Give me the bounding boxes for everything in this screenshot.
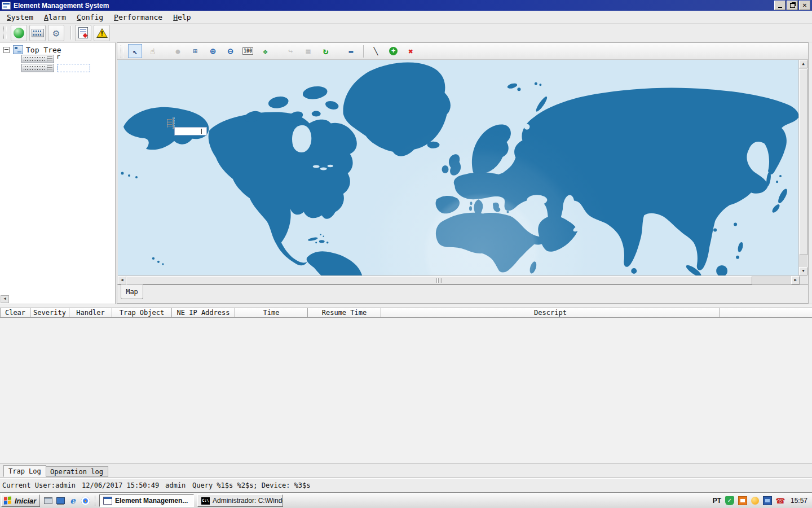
close-button[interactable]: ✕ — [799, 1, 810, 10]
delete-x-icon: ✖ — [408, 47, 413, 56]
antivirus-icon[interactable] — [725, 496, 734, 505]
ems-icon[interactable] — [738, 496, 747, 505]
add-plus-icon: + — [389, 47, 398, 55]
toolbar-grip[interactable] — [3, 27, 7, 39]
column-header-time[interactable]: Time — [235, 308, 308, 318]
tree-collapse-icon[interactable] — [3, 47, 10, 53]
alarm-browse-button[interactable] — [94, 25, 110, 41]
zoom-in-icon: ⊕ — [210, 46, 216, 56]
tree-root-node[interactable]: Top Tree — [3, 45, 61, 54]
scroll-right-button[interactable]: ▶ — [791, 276, 800, 284]
link-line-icon: ╲ — [374, 47, 378, 55]
windows-taskbar: Iniciar Element Managemen... C:\ Adminis… — [0, 492, 812, 508]
map-device-label[interactable] — [174, 127, 207, 135]
tree-node-rename-input[interactable] — [58, 64, 90, 72]
column-header-clear[interactable]: Clear — [0, 308, 30, 318]
toolbar-separator — [70, 26, 71, 40]
update-icon[interactable] — [751, 497, 759, 505]
alarm-report-button[interactable] — [75, 25, 91, 41]
vertical-scroll-thumb[interactable] — [799, 69, 807, 255]
internet-explorer-icon[interactable] — [68, 496, 78, 506]
pan-tool-button[interactable]: ☝ — [145, 44, 160, 58]
status-query-format: Query %1$s %2$s; Device: %3$s — [192, 481, 311, 489]
show-desktop-icon[interactable] — [43, 496, 53, 506]
map-vertical-scrollbar[interactable]: ▲ ▼ — [798, 60, 807, 275]
add-device-button[interactable]: ▬ — [344, 44, 358, 58]
scroll-up-button[interactable]: ▲ — [799, 60, 807, 68]
topology-home-button[interactable] — [11, 25, 27, 41]
column-header-severity[interactable]: Severity — [30, 308, 69, 318]
select-tool-button[interactable]: ↖ — [128, 44, 142, 58]
save-icon: ▦ — [306, 47, 311, 55]
column-header-descript[interactable]: Descript — [381, 308, 720, 318]
tab-operation-log[interactable]: Operation log — [45, 466, 108, 477]
status-user: admin — [165, 481, 186, 489]
log-tab-strip: Trap Log Operation log — [0, 463, 812, 478]
forward-arrow-icon: ↪ — [289, 47, 293, 55]
globe-view-button[interactable]: ● — [171, 44, 185, 58]
display-icon[interactable] — [763, 496, 772, 505]
report-icon — [78, 27, 88, 38]
delete-node-button[interactable]: ✖ — [404, 44, 418, 58]
start-button[interactable]: Iniciar — [1, 494, 40, 507]
column-header-resume-time[interactable]: Resume Time — [308, 308, 381, 318]
tab-map[interactable]: Map — [121, 284, 143, 299]
window-title: Element Management System — [14, 2, 109, 10]
column-header-trap-object[interactable]: Trap Object — [112, 308, 172, 318]
language-indicator[interactable]: PT — [713, 497, 721, 505]
topology-tree-panel: Top Tree r ◀ — [0, 42, 116, 304]
tab-trap-log[interactable]: Trap Log — [3, 465, 46, 477]
switch-device-icon — [21, 64, 54, 72]
zoom-in-button[interactable]: ⊕ — [206, 44, 220, 58]
add-node-button[interactable]: + — [386, 44, 400, 58]
display-shortcut-icon[interactable] — [55, 496, 65, 506]
app-icon — [2, 2, 11, 10]
statusbar: Current User:admin 12/06/2017 15:50:49 a… — [0, 478, 812, 493]
status-current-user: Current User:admin — [2, 481, 76, 489]
tree-scroll-left-button[interactable]: ◀ — [1, 295, 9, 303]
gear-icon: ⚙ — [53, 28, 59, 38]
save-map-button[interactable]: ▦ — [301, 44, 315, 58]
column-header-handler[interactable]: Handler — [69, 308, 112, 318]
trap-table-body[interactable] — [0, 318, 812, 464]
menu-config[interactable]: Config — [72, 12, 108, 23]
tree-device-node-1[interactable]: r — [21, 55, 60, 63]
scroll-down-button[interactable]: ▼ — [799, 267, 807, 275]
fit-screen-button[interactable]: ❖ — [258, 44, 272, 58]
go-forward-button[interactable]: ↪ — [284, 44, 298, 58]
menu-performance[interactable]: Performance — [109, 12, 167, 23]
refresh-icon: ↻ — [323, 46, 329, 56]
window-titlebar: Element Management System ✕ — [0, 0, 812, 11]
zoom-out-button[interactable]: ⊖ — [223, 44, 237, 58]
scroll-left-button[interactable]: ◀ — [118, 276, 126, 284]
column-header-ne-ip-address[interactable]: NE IP Address — [172, 308, 235, 318]
taskbar-task-cmd[interactable]: C:\ Administrador: C:\Windo... — [197, 494, 283, 507]
ems-window-icon — [103, 497, 112, 505]
minimize-icon — [778, 7, 782, 8]
restore-button[interactable] — [787, 1, 798, 10]
taskbar-clock[interactable]: 15:57 — [791, 497, 807, 505]
menu-alarm[interactable]: Alarm — [39, 12, 70, 23]
menu-help[interactable]: Help — [169, 12, 195, 23]
refresh-map-button[interactable]: ↻ — [319, 44, 333, 58]
taskbar-task-ems[interactable]: Element Managemen... — [99, 494, 194, 507]
call-icon[interactable] — [776, 496, 785, 505]
map-toolbar-grip[interactable] — [121, 45, 124, 58]
hand-icon: ☝ — [150, 47, 155, 56]
link-tool-button[interactable]: ╲ — [369, 44, 383, 58]
zoom-100-button[interactable]: 100 — [241, 44, 255, 58]
browser-ball-icon[interactable] — [80, 496, 90, 506]
horizontal-scroll-thumb[interactable] — [126, 276, 752, 284]
globe-icon: ● — [176, 47, 180, 55]
topology-icon: ⊞ — [193, 47, 198, 55]
topology-view-button[interactable]: ⊞ — [188, 44, 202, 58]
settings-button[interactable]: ⚙ — [48, 25, 64, 41]
system-tray: PT 15:57 — [709, 493, 811, 508]
minimize-button[interactable] — [774, 1, 785, 10]
map-horizontal-scrollbar[interactable]: ◀ ▶ — [118, 275, 800, 284]
menu-system[interactable]: System — [2, 12, 38, 23]
tree-device-node-2[interactable] — [21, 64, 90, 72]
map-tab-strip: Map — [117, 284, 808, 303]
ne-manager-button[interactable] — [29, 25, 46, 41]
world-map-canvas[interactable] — [118, 60, 800, 275]
